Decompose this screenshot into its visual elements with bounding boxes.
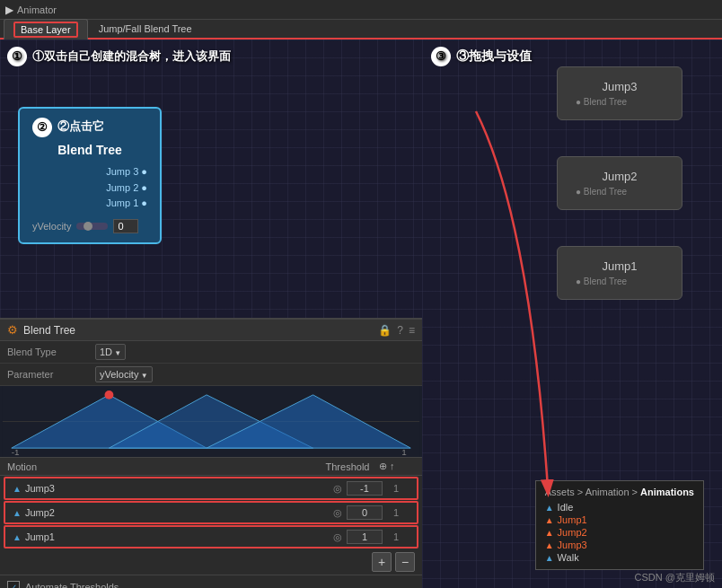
inspector-icon: ⚙ <box>7 323 18 337</box>
state-node-jump3[interactable]: Jump3 ● Blend Tree <box>557 66 682 120</box>
parameter-row: Parameter yVelocity <box>0 364 422 386</box>
topbar: ▶ Animator <box>0 0 722 20</box>
eye-jump1[interactable]: ◎ <box>329 531 347 543</box>
param-thumb <box>84 222 92 231</box>
lock-icon[interactable]: 🔒 <box>378 324 392 337</box>
param-row: yVelocity <box>32 219 147 233</box>
motion-table-header: Motion Threshold ⊕ ↑ <box>0 458 422 476</box>
threshold-jump3[interactable] <box>347 481 383 496</box>
blend-tree-main-node[interactable]: ② ②点击它 Blend Tree Jump 3 ● Jump 2 ● Jump… <box>18 107 162 244</box>
threshold-jump2[interactable] <box>347 505 383 520</box>
tab-jump-fall-blend[interactable]: Jump/Fall Blend Tree <box>90 22 201 36</box>
mult-jump3: 1 <box>383 483 409 494</box>
inspector-panel: ⚙ Blend Tree 🔒 ? ≡ Blend Type 1D Paramet… <box>0 318 422 588</box>
automate-thresholds-label: Automate Thresholds <box>25 582 119 588</box>
blend-graph-svg: -1 1 <box>0 386 422 457</box>
state-node-jump2[interactable]: Jump2 ● Blend Tree <box>557 156 682 210</box>
port-jump1: Jump 1 ● <box>32 196 147 212</box>
port-jump2: Jump 2 ● <box>32 180 147 197</box>
state-node-jump1-sublabel: ● Blend Tree <box>576 276 664 286</box>
topbar-title: Animator <box>17 4 57 15</box>
state-node-jump1-label: Jump1 <box>576 259 664 273</box>
motion-row-jump1: ▲ Jump1 ◎ 1 <box>4 525 418 549</box>
blend-tree-title: Blend Tree <box>32 143 147 157</box>
anim-icon-jump3: ▲ <box>13 484 22 494</box>
watermark: CSDN @克里姆顿 <box>635 571 715 584</box>
eye-jump3[interactable]: ◎ <box>329 483 347 495</box>
param-label: yVelocity <box>32 221 71 232</box>
main-area: ① ①双击自己创建的混合树，进入该界面 ② ②点击它 Blend Tree Ju… <box>0 39 722 588</box>
mult-jump2: 1 <box>383 507 409 518</box>
question-icon[interactable]: ? <box>397 324 403 337</box>
blend-type-dropdown[interactable]: 1D <box>95 344 126 360</box>
svg-text:-1: -1 <box>12 447 20 457</box>
right-col: ③ ③拖拽与设值 Jump3 ● Blend Tree Jump2 ● Blen… <box>422 39 722 588</box>
assets-item-jump3[interactable]: ▲ Jump3 <box>545 539 694 551</box>
anim-icon-jump2: ▲ <box>13 508 22 518</box>
parameter-dropdown[interactable]: yVelocity <box>95 366 153 382</box>
threshold-jump1[interactable] <box>347 530 383 544</box>
motion-name-jump1: Jump1 <box>25 531 329 542</box>
threshold-col-header: Threshold <box>316 461 379 472</box>
motion-col-header: Motion <box>7 461 316 472</box>
tab-bar: Base Layer Jump/Fall Blend Tree <box>0 20 722 39</box>
eye-jump2[interactable]: ◎ <box>329 507 347 519</box>
state-node-jump3-label: Jump3 <box>576 80 664 93</box>
motion-row-jump2: ▲ Jump2 ◎ 1 <box>4 501 418 524</box>
assets-item-jump1[interactable]: ▲ Jump1 <box>545 513 694 526</box>
param-slider[interactable] <box>76 223 108 230</box>
blend-type-row: Blend Type 1D <box>0 341 422 364</box>
assets-path: Assets > Animation > Animations <box>545 487 694 497</box>
motion-name-jump2: Jump2 <box>25 507 329 518</box>
add-motion-button[interactable]: + <box>372 552 392 572</box>
motion-add-row: + − <box>0 549 422 575</box>
automate-thresholds-row: Automate Thresholds <box>7 579 415 588</box>
param-value[interactable] <box>113 219 138 233</box>
menu-icon[interactable]: ≡ <box>409 324 415 337</box>
motion-name-jump3: Jump3 <box>25 483 329 494</box>
parameter-label: Parameter <box>7 369 88 380</box>
topbar-icon: ▶ <box>5 4 13 16</box>
mult-jump1: 1 <box>383 531 409 542</box>
step2-label: ② ②点击它 <box>32 118 147 137</box>
annotation-step1: ① ①双击自己创建的混合树，进入该界面 <box>7 47 231 66</box>
svg-point-5 <box>105 391 114 399</box>
assets-item-idle[interactable]: ▲ Idle <box>545 501 694 513</box>
automate-checkbox[interactable] <box>7 581 20 588</box>
animator-canvas: ① ①双击自己创建的混合树，进入该界面 ② ②点击它 Blend Tree Ju… <box>0 39 422 318</box>
graph-area: -1 1 <box>0 386 422 458</box>
svg-text:1: 1 <box>401 447 406 457</box>
state-node-jump3-sublabel: ● Blend Tree <box>576 97 664 107</box>
left-col: ① ①双击自己创建的混合树，进入该界面 ② ②点击它 Blend Tree Ju… <box>0 39 422 588</box>
tab-base-layer[interactable]: Base Layer <box>4 19 88 39</box>
state-node-jump2-sublabel: ● Blend Tree <box>576 187 664 197</box>
state-node-jump2-label: Jump2 <box>576 170 664 183</box>
anim-icon-jump1: ▲ <box>13 532 22 542</box>
inspector-toolbar: 🔒 ? ≡ <box>378 324 415 337</box>
blend-type-label: Blend Type <box>7 347 88 357</box>
motion-rows-container: ▲ Jump3 ◎ 1 ▲ Jump2 ◎ 1 ▲ Jump1 ◎ <box>0 477 422 549</box>
assets-item-jump2[interactable]: ▲ Jump2 <box>545 526 694 539</box>
assets-panel: Assets > Animation > Animations ▲ Idle ▲… <box>535 480 704 570</box>
remove-motion-button[interactable]: − <box>395 552 415 572</box>
blend-tree-ports: Jump 3 ● Jump 2 ● Jump 1 ● <box>32 164 147 212</box>
assets-item-walk[interactable]: ▲ Walk <box>545 551 694 564</box>
port-jump3: Jump 3 ● <box>32 164 147 180</box>
state-node-jump1[interactable]: Jump1 ● Blend Tree <box>557 246 682 300</box>
annotation-step3: ③ ③拖拽与设值 <box>431 47 532 66</box>
inspector-header: ⚙ Blend Tree 🔒 ? ≡ <box>0 320 422 341</box>
automate-section: 取消勾选才能设值 Automate Thresholds Compute Thr… <box>0 575 422 588</box>
motion-row-jump3: ▲ Jump3 ◎ 1 <box>4 477 418 500</box>
inspector-title: Blend Tree <box>23 324 75 337</box>
